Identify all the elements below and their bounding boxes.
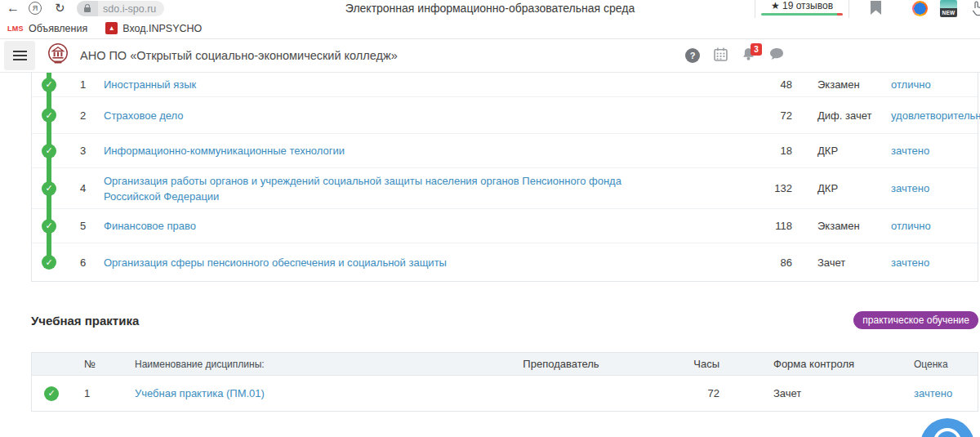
browser-toolbar: ← Я ↻ sdo.i-spo.ru Электронная информаци… <box>0 0 980 18</box>
course-row: ✓ 2 Страховое дело 72 Диф. зачет удовлет… <box>32 97 978 134</box>
course-hours: 118 <box>733 220 802 232</box>
address-bar[interactable]: sdo.i-spo.ru <box>77 1 164 16</box>
course-link[interactable]: Информационно-коммуникационные технологи… <box>104 145 345 157</box>
url-text: sdo.i-spo.ru <box>103 3 156 15</box>
course-number: 6 <box>74 256 104 269</box>
course-hours: 18 <box>733 145 802 157</box>
practice-grade-link[interactable]: зачтено <box>914 387 952 399</box>
course-control-form: Экзамен <box>802 220 880 232</box>
chat-widget-button[interactable] <box>920 418 974 437</box>
check-circle-icon: ✓ <box>42 78 56 92</box>
inpsycho-favicon: ▲ <box>105 22 118 34</box>
messages-icon[interactable] <box>769 48 784 64</box>
course-hours: 48 <box>733 78 802 91</box>
course-hours: 132 <box>733 182 802 194</box>
course-row: ✓ 6 Организация сферы пенсионного обеспе… <box>32 243 978 281</box>
course-number: 5 <box>74 220 104 232</box>
practice-section-header: Учебная практика практическое обучение <box>31 311 978 329</box>
menu-button[interactable] <box>4 41 35 70</box>
main-content: ✓ 1 Иностранный язык 48 Экзамен отлично … <box>31 73 978 412</box>
header-hours: Часы <box>667 358 724 370</box>
bookmarks-bar: LMS Объявления ▲ Вход.INPSYCHO <box>0 18 980 39</box>
course-hours: 86 <box>733 256 802 269</box>
notification-count-badge: 3 <box>751 43 762 56</box>
college-logo <box>46 42 70 69</box>
course-link[interactable]: Финансовое право <box>104 220 196 232</box>
site-reviews-widget[interactable]: ★ 19 отзывов <box>755 0 849 18</box>
course-control-form: Диф. зачет <box>802 109 880 122</box>
lms-favicon: LMS <box>7 25 24 33</box>
reload-button[interactable]: ↻ <box>55 0 65 16</box>
check-circle-icon: ✓ <box>42 255 56 270</box>
hand-cursor-icon[interactable] <box>970 0 980 20</box>
header-number: № <box>74 358 110 370</box>
course-row: ✓ 4 Организация работы органов и учрежде… <box>32 168 978 209</box>
chat-widget-icon <box>933 428 961 437</box>
check-circle-icon: ✓ <box>42 181 56 196</box>
extension-icon[interactable] <box>912 1 928 16</box>
bookmark-label: Объявления <box>29 23 87 34</box>
course-row: ✓ 1 Иностранный язык 48 Экзамен отлично <box>32 73 978 97</box>
course-number: 1 <box>74 78 104 91</box>
check-circle-icon: ✓ <box>42 144 56 158</box>
calendar-icon[interactable] <box>714 47 728 65</box>
course-grade-link[interactable]: зачтено <box>891 182 929 194</box>
practice-table-header: № Наименование дисциплины: Преподаватель… <box>32 353 978 376</box>
check-circle-icon: ✓ <box>42 219 56 234</box>
header-grade: Оценка <box>855 359 978 370</box>
course-grade-link[interactable]: зачтено <box>891 256 929 269</box>
header-control-form: Форма контроля <box>724 358 855 370</box>
browser-profile-icon[interactable]: Я <box>29 2 42 15</box>
bookmark-flag-icon[interactable] <box>871 1 881 15</box>
header-teacher: Преподаватель <box>455 358 667 370</box>
course-grade-link[interactable]: удовлетворительно <box>891 109 980 122</box>
app-header: АНО ПО «Открытый социально-экономический… <box>0 39 980 73</box>
course-number: 3 <box>74 145 104 157</box>
practice-type-badge[interactable]: практическое обучение <box>853 311 978 329</box>
course-grade-link[interactable]: отлично <box>891 220 931 232</box>
bookmark-label: Вход.INPSYCHO <box>122 23 202 34</box>
help-icon[interactable]: ? <box>685 48 700 63</box>
header-discipline: Наименование дисциплины: <box>110 359 455 370</box>
reviews-label: ★ 19 отзывов <box>755 0 849 11</box>
course-control-form: ДКР <box>802 182 880 194</box>
practice-link[interactable]: Учебная практика (ПМ.01) <box>135 387 265 399</box>
reviews-rating-bar <box>761 13 843 16</box>
practice-row: ✓ 1 Учебная практика (ПМ.01) 72 Зачет за… <box>32 376 978 411</box>
practice-table: № Наименование дисциплины: Преподаватель… <box>31 352 978 412</box>
header-icon-group: ? 3 <box>685 47 784 65</box>
practice-control-form: Зачет <box>724 387 855 399</box>
course-number: 4 <box>74 182 104 194</box>
new-extension-icon[interactable]: NEW <box>940 0 957 17</box>
notifications-bell-icon[interactable]: 3 <box>742 48 755 64</box>
course-hours: 72 <box>733 109 802 122</box>
practice-hours: 72 <box>667 387 724 399</box>
course-row: ✓ 3 Информационно-коммуникационные техно… <box>32 134 978 168</box>
course-grade-link[interactable]: зачтено <box>891 145 929 157</box>
course-grade-link[interactable]: отлично <box>891 78 931 91</box>
check-circle-icon: ✓ <box>44 386 59 401</box>
course-number: 2 <box>74 109 104 122</box>
practice-number: 1 <box>74 387 110 399</box>
new-icon-label: NEW <box>940 8 957 17</box>
course-control-form: Экзамен <box>802 78 880 91</box>
bookmark-item-inpsycho[interactable]: ▲ Вход.INPSYCHO <box>105 22 202 34</box>
bookmark-item-announcements[interactable]: LMS Объявления <box>7 23 87 34</box>
progress-timeline-bar <box>47 73 51 262</box>
course-control-form: ДКР <box>802 145 880 157</box>
courses-table: ✓ 1 Иностранный язык 48 Экзамен отлично … <box>31 73 978 282</box>
course-control-form: Зачет <box>802 256 880 269</box>
course-link[interactable]: Организация сферы пенсионного обеспечени… <box>104 256 447 269</box>
course-row: ✓ 5 Финансовое право 118 Экзамен отлично <box>32 209 978 243</box>
section-title: Учебная практика <box>31 314 139 328</box>
browser-window: ← Я ↻ sdo.i-spo.ru Электронная информаци… <box>0 0 980 437</box>
back-button[interactable]: ← <box>7 0 20 16</box>
new-icon-art <box>940 0 957 8</box>
page-title: Электронная информационно-образовательна… <box>245 2 735 15</box>
course-link[interactable]: Иностранный язык <box>104 78 196 91</box>
course-link[interactable]: Организация работы органов и учреждений … <box>104 175 621 203</box>
course-link[interactable]: Страховое дело <box>104 109 184 122</box>
ssl-lock-icon[interactable] <box>77 1 98 16</box>
college-name: АНО ПО «Открытый социально-экономический… <box>80 49 398 62</box>
check-circle-icon: ✓ <box>42 108 56 123</box>
